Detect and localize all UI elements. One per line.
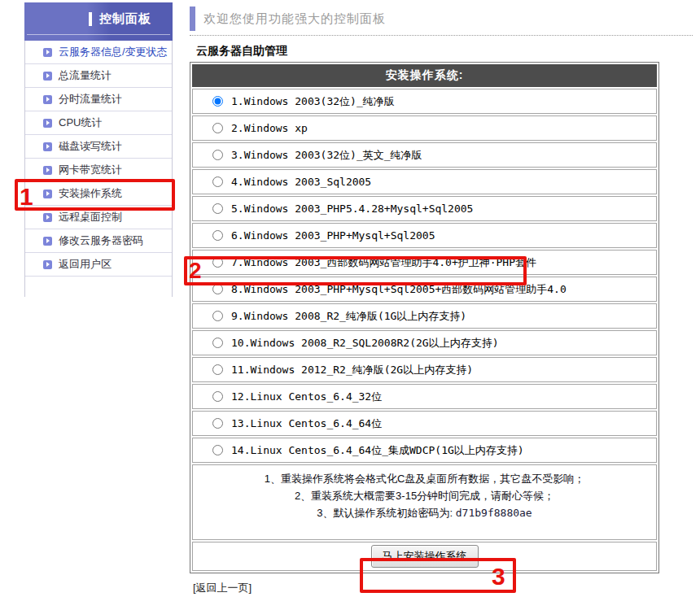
arrow-bullet-icon — [43, 142, 52, 151]
os-option-label: 1.Windows 2003(32位)_纯净版 — [231, 94, 395, 109]
sidebar: 控制面板 云服务器信息/变更状态 总流量统计 分时流量统计 — [24, 2, 173, 297]
welcome-text: 欢迎您使用功能强大的控制面板 — [203, 11, 386, 27]
sidebar-menu-item[interactable]: 安装操作系统 — [25, 182, 172, 206]
arrow-bullet-icon — [43, 237, 52, 246]
sidebar-menu-item[interactable]: 云服务器信息/变更状态 — [25, 41, 172, 64]
welcome-accent-bar — [190, 7, 195, 31]
os-option-label: 2.Windows xp — [231, 122, 308, 134]
os-option-label: 8.Windows 2003_PHP+Mysql+Sql2005+西部数码网站管… — [231, 282, 567, 297]
sidebar-header-title: 控制面板 — [99, 11, 151, 27]
arrow-bullet-icon — [43, 72, 52, 81]
sidebar-item-label: 网卡带宽统计 — [59, 163, 122, 177]
sidebar-menu-item[interactable]: 网卡带宽统计 — [25, 159, 172, 182]
os-option-label: 3.Windows 2003(32位)_英文_纯净版 — [231, 148, 422, 163]
sidebar-item-label: 磁盘读写统计 — [59, 139, 122, 154]
sidebar-item-label: 返回用户区 — [59, 257, 112, 272]
sidebar-menu: 云服务器信息/变更状态 总流量统计 分时流量统计 CPU统计 — [24, 41, 173, 297]
sidebar-item-label: 云服务器信息/变更状态 — [59, 45, 168, 59]
os-radio[interactable] — [212, 338, 223, 348]
os-option-label: 4.Windows 2003_Sql2005 — [231, 176, 371, 188]
os-option-row[interactable]: 12.Linux Centos_6.4_32位 — [192, 384, 657, 409]
os-radio[interactable] — [212, 418, 223, 429]
os-radio[interactable] — [212, 203, 223, 214]
reinstall-notes: 1、重装操作系统将会格式化C盘及桌面所有数据，其它盘不受影响； 2、重装系统大概… — [192, 464, 657, 540]
sidebar-menu-item[interactable]: 远程桌面控制 — [25, 206, 172, 229]
os-option-label: 12.Linux Centos_6.4_32位 — [231, 390, 382, 404]
header-accent-bar — [89, 12, 92, 26]
os-install-table: 安装操作系统: 1.Windows 2003(32位)_纯净版 — [190, 62, 659, 573]
os-option-row[interactable]: 4.Windows 2003_Sql2005 — [192, 169, 657, 194]
back-link[interactable]: [返回上一页] — [193, 581, 252, 595]
sidebar-item-label: CPU统计 — [59, 115, 102, 130]
sidebar-menu-item[interactable]: 磁盘读写统计 — [25, 135, 172, 159]
os-option-row[interactable]: 14.Linux Centos_6.4_64位_集成WDCP(1G以上内存支持) — [192, 438, 657, 463]
arrow-bullet-icon — [43, 213, 52, 222]
os-option-label: 5.Windows 2003_PHP5.4.28+Mysql+Sql2005 — [231, 203, 473, 215]
note-line-1: 1、重装操作系统将会格式化C盘及桌面所有数据，其它盘不受影响； — [201, 470, 648, 487]
sidebar-menu-item[interactable]: CPU统计 — [25, 111, 172, 135]
main-content: 欢迎您使用功能强大的控制面板 云服务器自助管理 安装操作系统: 1.Window… — [190, 0, 694, 595]
os-option-row[interactable]: 11.Windows 2012_R2_纯净版(2G以上内存支持) — [192, 357, 657, 382]
os-option-row[interactable]: 6.Windows 2003_PHP+Mysql+Sql2005 — [192, 223, 657, 248]
arrow-bullet-icon — [43, 190, 52, 198]
note-line-2: 2、重装系统大概需要3-15分钟时间完成，请耐心等候； — [201, 487, 648, 504]
sidebar-header: 控制面板 — [24, 2, 173, 41]
default-password: d71b9f8880ae — [456, 507, 532, 519]
arrow-bullet-icon — [43, 166, 52, 175]
control-panel-page: 控制面板 云服务器信息/变更状态 总流量统计 分时流量统计 — [0, 0, 700, 610]
os-option-label: 10.Windows 2008_R2_SQL2008R2(2G以上内存支持) — [231, 336, 498, 351]
sidebar-menu-item[interactable]: 总流量统计 — [25, 64, 172, 88]
os-option-row[interactable]: 3.Windows 2003(32位)_英文_纯净版 — [192, 142, 657, 168]
os-radio[interactable] — [212, 150, 223, 160]
note-line-3-text: 3、默认操作系统初始密码为: — [317, 507, 455, 519]
arrow-bullet-icon — [43, 48, 52, 57]
dotted-divider — [190, 35, 693, 36]
submit-row: 马上安装操作系统 — [192, 542, 657, 571]
welcome-header: 欢迎您使用功能强大的控制面板 — [190, 7, 694, 31]
os-option-label: 11.Windows 2012_R2_纯净版(2G以上内存支持) — [231, 363, 473, 377]
sidebar-item-label: 远程桌面控制 — [59, 210, 122, 224]
os-radio[interactable] — [212, 230, 223, 241]
os-option-row[interactable]: 1.Windows 2003(32位)_纯净版 — [192, 89, 657, 114]
os-option-label: 6.Windows 2003_PHP+Mysql+Sql2005 — [231, 229, 435, 242]
os-option-row[interactable]: 2.Windows xp — [192, 115, 657, 141]
arrow-bullet-icon — [43, 119, 52, 128]
sidebar-item-label: 总流量统计 — [59, 68, 112, 83]
install-os-button[interactable]: 马上安装操作系统 — [371, 545, 479, 568]
os-option-label: 7.Windows 2003_西部数码网站管理助手4.0+护卫神·PHP套件 — [231, 255, 536, 270]
os-radio[interactable] — [212, 284, 223, 294]
sidebar-item-label: 修改云服务器密码 — [59, 233, 143, 248]
sidebar-menu-item[interactable]: 分时流量统计 — [25, 88, 172, 111]
os-option-row[interactable]: 13.Linux Centos_6.4_64位 — [192, 411, 657, 436]
os-option-label: 14.Linux Centos_6.4_64位_集成WDCP(1G以上内存支持) — [231, 443, 524, 458]
os-radio[interactable] — [212, 364, 223, 375]
os-option-label: 9.Windows 2008_R2_纯净版(1G以上内存支持) — [231, 309, 466, 324]
os-radio[interactable] — [212, 176, 223, 187]
os-radio[interactable] — [212, 96, 223, 107]
os-radio[interactable] — [212, 445, 223, 455]
os-option-row[interactable]: 8.Windows 2003_PHP+Mysql+Sql2005+西部数码网站管… — [192, 277, 657, 302]
section-title: 云服务器自助管理 — [196, 44, 694, 58]
os-radio[interactable] — [212, 391, 223, 402]
os-radio[interactable] — [212, 123, 223, 133]
os-option-label: 13.Linux Centos_6.4_64位 — [231, 416, 382, 431]
os-option-row[interactable]: 5.Windows 2003_PHP5.4.28+Mysql+Sql2005 — [192, 196, 657, 221]
os-radio[interactable] — [212, 311, 223, 321]
sidebar-item-label: 分时流量统计 — [59, 92, 122, 107]
os-option-row[interactable]: 10.Windows 2008_R2_SQL2008R2(2G以上内存支持) — [192, 330, 657, 355]
arrow-bullet-icon — [43, 260, 52, 269]
sidebar-menu-item[interactable]: 修改云服务器密码 — [25, 229, 172, 253]
arrow-bullet-icon — [43, 95, 52, 104]
os-option-row[interactable]: 9.Windows 2008_R2_纯净版(1G以上内存支持) — [192, 303, 657, 329]
os-option-row[interactable]: 7.Windows 2003_西部数码网站管理助手4.0+护卫神·PHP套件 — [192, 250, 657, 275]
note-line-3: 3、默认操作系统初始密码为: d71b9f8880ae — [201, 504, 648, 521]
os-radio[interactable] — [212, 257, 223, 268]
table-header: 安装操作系统: — [192, 64, 657, 87]
os-options-list: 1.Windows 2003(32位)_纯净版 2.Windows xp — [192, 89, 657, 463]
sidebar-menu-item[interactable]: 返回用户区 — [25, 253, 172, 277]
sidebar-item-label: 安装操作系统 — [59, 186, 122, 201]
